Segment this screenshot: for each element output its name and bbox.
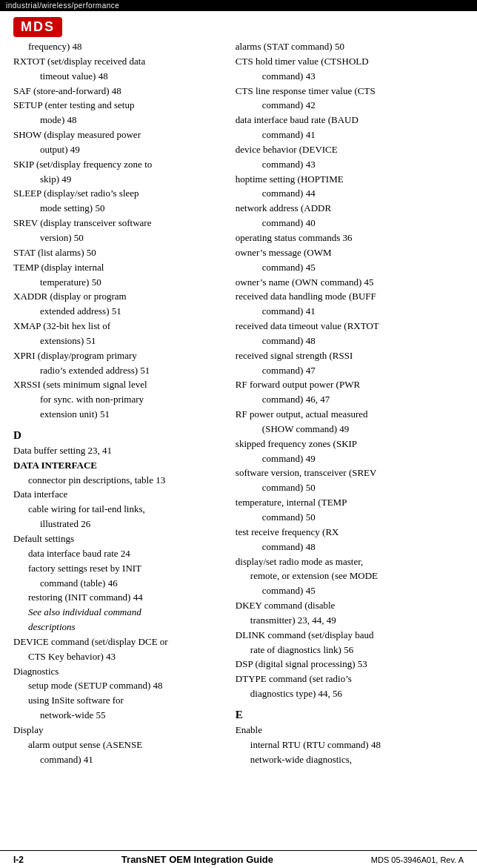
- list-item: transmitter) 23, 44, 49: [236, 614, 464, 628]
- footer: I-2 TransNET OEM Integration Guide MDS 0…: [0, 850, 477, 868]
- list-item: network-wide diagnostics,: [236, 753, 464, 767]
- list-item: version) 50: [13, 231, 222, 245]
- list-item: Default settings: [13, 532, 222, 546]
- list-item: Data buffer setting 23, 41: [13, 444, 222, 458]
- list-item: STAT (list alarms) 50: [13, 246, 222, 260]
- list-item: RF power output, actual measured: [236, 408, 464, 422]
- list-item: received data timeout value (RXTOT: [236, 319, 464, 334]
- mds-logo: MDS: [13, 17, 62, 37]
- list-item: XADDR (display or program: [13, 290, 222, 304]
- list-item: remote, or extension (see MODE: [236, 569, 464, 583]
- list-item: TEMP (display internal: [13, 261, 222, 275]
- list-item: command) 50: [236, 481, 464, 495]
- see-also-individual-command: See also individual command: [13, 606, 222, 620]
- list-item: restoring (INIT command) 44: [13, 591, 222, 605]
- list-item: radio’s extended address) 51: [13, 364, 222, 378]
- list-item: command) 45: [236, 261, 464, 275]
- list-item: connector pin descriptions, table 13: [13, 474, 222, 488]
- list-item: data interface baud rate 24: [13, 547, 222, 561]
- list-item: factory settings reset by INIT: [13, 562, 222, 576]
- list-item: command) 41: [236, 305, 464, 319]
- list-item: command) 43: [236, 70, 464, 84]
- list-item: XPRI (display/program primary: [13, 349, 222, 363]
- list-item: command) 44: [236, 187, 464, 201]
- list-item: command) 50: [236, 511, 464, 525]
- left-column: frequency) 48 RXTOT (set/display receive…: [13, 40, 230, 768]
- list-item: Enable: [236, 723, 464, 738]
- list-item: owner’s name (OWN command) 45: [236, 276, 464, 290]
- list-item: received data handling mode (BUFF: [236, 290, 464, 304]
- list-item: command) 41: [13, 753, 222, 767]
- list-item: hoptime setting (HOPTIME: [236, 173, 464, 187]
- list-item: command) 42: [236, 99, 464, 113]
- list-item: rate of diagnostics link) 56: [236, 643, 464, 657]
- list-item: Diagnostics: [13, 665, 222, 679]
- list-item: illustrated 26: [13, 517, 222, 531]
- list-item: SLEEP (display/set radio’s sleep: [13, 187, 222, 201]
- list-item: setup mode (SETUP command) 48: [13, 679, 222, 693]
- list-item: temperature, internal (TEMP: [236, 496, 464, 510]
- list-item: DSP (digital signal processing) 53: [236, 657, 464, 672]
- list-item: CTS Key behavior) 43: [13, 650, 222, 664]
- list-item: (SHOW command) 49: [236, 423, 464, 437]
- list-item: SREV (display transceiver software: [13, 216, 222, 231]
- list-item: test receive frequency (RX: [236, 526, 464, 540]
- list-item: extension unit) 51: [13, 408, 222, 422]
- list-item: DTYPE command (set radio’s: [236, 672, 464, 686]
- list-item: owner’s message (OWM: [236, 246, 464, 260]
- list-item: RF forward output power (PWR: [236, 378, 464, 392]
- list-item: DATA INTERFACE: [13, 459, 222, 473]
- list-item: using InSite software for: [13, 694, 222, 708]
- list-item: received signal strength (RSSI: [236, 349, 464, 363]
- list-item: mode) 48: [13, 113, 222, 127]
- list-item: DLINK command (set/display baud: [236, 629, 464, 643]
- list-item: output) 49: [13, 143, 222, 157]
- top-bar: industrial/wireless/performance: [0, 0, 477, 11]
- list-item: display/set radio mode as master,: [236, 555, 464, 569]
- list-item: SHOW (display measured power: [13, 128, 222, 142]
- list-item: CTS hold timer value (CTSHOLD: [236, 55, 464, 69]
- list-item: skip) 49: [13, 173, 222, 187]
- list-item: alarm output sense (ASENSE: [13, 738, 222, 752]
- list-item: diagnostics type) 44, 56: [236, 687, 464, 701]
- list-item: internal RTU (RTU command) 48: [236, 738, 464, 752]
- list-item: network address (ADDR: [236, 202, 464, 216]
- list-item: extensions) 51: [13, 334, 222, 348]
- list-item: command) 48: [236, 540, 464, 554]
- list-item: for sync. with non-primary: [13, 393, 222, 407]
- list-item: command) 40: [236, 216, 464, 231]
- list-item: command) 45: [236, 584, 464, 598]
- list-item: operating status commands 36: [236, 231, 464, 245]
- list-item: command) 43: [236, 158, 464, 172]
- list-item-descriptions: descriptions: [13, 620, 222, 635]
- list-item: DKEY command (disable: [236, 599, 464, 613]
- list-item: timeout value) 48: [13, 70, 222, 84]
- section-d-letter: D: [13, 429, 222, 442]
- section-e-letter: E: [236, 709, 464, 721]
- footer-revision: MDS 05-3946A01, Rev. A: [371, 855, 464, 864]
- list-item: data interface baud rate (BAUD: [236, 113, 464, 127]
- list-item: command) 47: [236, 364, 464, 378]
- list-item: mode setting) 50: [13, 202, 222, 216]
- list-item: Data interface: [13, 488, 222, 502]
- list-item: frequency) 48: [13, 40, 222, 54]
- logo-area: MDS: [0, 11, 477, 40]
- list-item: XRSSI (sets minimum signal level: [13, 378, 222, 392]
- list-item: skipped frequency zones (SKIP: [236, 437, 464, 451]
- list-item: XMAP (32-bit hex list of: [13, 319, 222, 334]
- list-item: DEVICE command (set/display DCE or: [13, 635, 222, 649]
- list-item: SETUP (enter testing and setup: [13, 99, 222, 113]
- list-item: command) 49: [236, 452, 464, 466]
- footer-title: TransNET OEM Integration Guide: [121, 854, 273, 865]
- list-item: device behavior (DEVICE: [236, 143, 464, 157]
- list-item: alarms (STAT command) 50: [236, 40, 464, 54]
- list-item: temperature) 50: [13, 276, 222, 290]
- list-item: command) 48: [236, 334, 464, 348]
- list-item: network-wide 55: [13, 709, 222, 723]
- list-item: software version, transceiver (SREV: [236, 466, 464, 480]
- list-item: cable wiring for tail-end links,: [13, 503, 222, 517]
- list-item: Display: [13, 723, 222, 738]
- right-column: alarms (STAT command) 50 CTS hold timer …: [230, 40, 464, 768]
- list-item: command) 41: [236, 128, 464, 142]
- list-item: command) 46, 47: [236, 393, 464, 407]
